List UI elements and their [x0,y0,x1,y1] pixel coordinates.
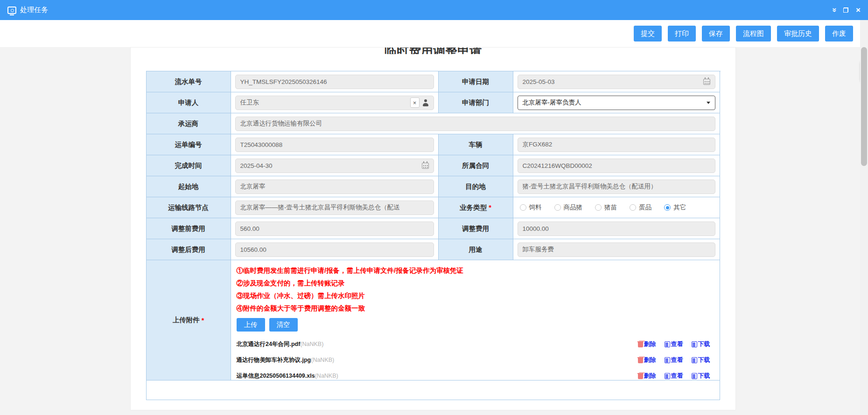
file-name: 北京通达行24年合同.pdf [237,340,301,348]
file-size: (NaNKB) [315,373,338,379]
download-file-link[interactable]: 下载 [692,340,710,348]
destination-label: 目的地 [439,176,513,197]
scrollbar-thumb[interactable] [861,47,867,166]
applicant-cell: 任卫东 × [231,92,439,113]
applicant-input[interactable]: 任卫东 × [235,96,434,110]
vehicle-cell: 京FGX682 [513,134,720,155]
file-row: 北京通达行24年合同.pdf (NaNKB) 删除 查看 下载 [237,336,714,352]
flowchart-button[interactable]: 流程图 [736,26,771,42]
vertical-scrollbar[interactable] [860,20,868,415]
contract-label: 所属合同 [439,155,513,176]
apply-date-input[interactable]: 2025-05-03 [518,75,715,89]
view-icon [665,373,670,379]
radio-commercial-pig[interactable]: 商品猪 [554,203,583,212]
upload-button[interactable]: 上传 [237,318,265,332]
vehicle-label: 车辆 [439,134,513,155]
chevron-down-icon [707,102,710,104]
contract-input[interactable]: C20241216WQBD00002 [518,159,715,173]
fee-after-input[interactable]: 10560.00 [235,242,434,257]
route-nodes-input[interactable]: 北京屠宰——猪-壹号土猪北京昌平得利斯物美总仓（配送 [235,201,434,215]
download-icon [692,357,697,363]
upload-note-3: ③现场作业（冲水、过磅）需上传水印照片 [237,290,714,302]
submit-button[interactable]: 提交 [634,26,662,42]
upload-note-4: ④附件的金额大于等于费用调整的金额一致 [237,302,714,315]
radio-other[interactable]: 其它 [664,203,686,212]
purpose-input[interactable]: 卸车服务费 [518,242,715,257]
carrier-label: 承运商 [147,113,231,134]
purpose-label: 用途 [439,239,513,260]
download-file-link[interactable]: 下载 [692,372,710,380]
view-icon [665,357,670,363]
approval-history-button[interactable]: 审批历史 [777,26,819,42]
serial-input[interactable]: YH_TMSLSFY2025050326146 [235,75,434,89]
collapse-icon[interactable]: « [830,8,838,12]
fee-adjust-label: 调整费用 [439,218,513,239]
file-actions: 删除 查看 下载 [638,356,714,364]
radio-icon [554,204,561,211]
view-file-link[interactable]: 查看 [665,356,683,364]
upload-note-1: ①临时费用发生前需进行申请/报备，需上传申请文件/报备记录作为审核凭证 [237,264,714,277]
finish-time-input[interactable]: 2025-04-30 [235,159,434,173]
delete-file-link[interactable]: 删除 [638,356,656,364]
required-asterisk: * [489,204,491,211]
vehicle-input[interactable]: 京FGX682 [518,138,715,152]
delete-file-link[interactable]: 删除 [638,340,656,348]
file-actions: 删除 查看 下载 [638,372,714,380]
calendar-icon[interactable] [422,163,429,169]
window-controls: « × [832,6,861,14]
attachment-cell: ①临时费用发生前需进行申请/报备，需上传申请文件/报备记录作为审核凭证 ②涉及现… [231,260,720,380]
apply-date-cell: 2025-05-03 [513,71,720,92]
route-nodes-cell: 北京屠宰——猪-壹号土猪北京昌平得利斯物美总仓（配送 [231,197,439,218]
window-title: 处理任务 [20,6,48,14]
window-titlebar: 处理任务 « × [0,0,868,20]
file-size: (NaNKB) [300,341,323,347]
person-picker-icon[interactable] [422,99,429,106]
apply-date-label: 申请日期 [439,71,513,92]
apply-dept-label: 申请部门 [439,92,513,113]
process-task-icon [7,7,16,14]
fee-after-cell: 10560.00 [231,239,439,260]
fee-before-label: 调整前费用 [147,218,231,239]
carrier-input[interactable]: 北京通达行货物运输有限公司 [235,117,715,131]
view-file-link[interactable]: 查看 [665,340,683,348]
required-asterisk: * [202,317,204,324]
void-button[interactable]: 作废 [825,26,853,42]
radio-piglet[interactable]: 猪苗 [595,203,617,212]
fee-adjust-cell: 10000.00 [513,218,720,239]
clear-applicant-icon[interactable]: × [410,97,420,108]
close-icon[interactable]: × [856,6,861,14]
apply-dept-select[interactable]: 北京屠宰-屠宰负责人 [518,96,715,110]
biz-type-label: 业务类型 * [439,197,513,218]
calendar-icon[interactable] [703,79,710,85]
form-table: 流水单号 YH_TMSLSFY2025050326146 申请日期 2025-0… [146,71,721,400]
file-row: 通达行物美卸车补充协议.jpg (NaNKB) 删除 查看 下载 [237,352,714,368]
file-name: 通达行物美卸车补充协议.jpg [237,356,311,364]
action-toolbar: 提交 打印 保存 流程图 审批历史 作废 [0,20,868,47]
upload-note-2: ②涉及现金支付的，需上传转账记录 [237,277,714,290]
file-size: (NaNKB) [311,357,334,363]
radio-feed[interactable]: 饲料 [520,203,542,212]
route-nodes-label: 运输线路节点 [147,197,231,218]
destination-cell: 猪-壹号土猪北京昌平得利斯物美总仓（配送用） [513,176,720,197]
finish-time-label: 完成时间 [147,155,231,176]
fee-adjust-input[interactable]: 10000.00 [518,221,715,236]
fee-after-label: 调整后费用 [147,239,231,260]
restore-icon[interactable] [843,7,848,13]
waybill-no-input[interactable]: T25043000088 [235,138,434,152]
serial-label: 流水单号 [147,71,231,92]
upload-button-group: 上传 清空 [237,318,714,332]
view-file-link[interactable]: 查看 [665,372,683,380]
print-button[interactable]: 打印 [668,26,696,42]
origin-input[interactable]: 北京屠宰 [235,180,434,194]
destination-input[interactable]: 猪-壹号土猪北京昌平得利斯物美总仓（配送用） [518,180,715,194]
radio-icon [630,204,636,211]
purpose-cell: 卸车服务费 [513,239,720,260]
download-file-link[interactable]: 下载 [692,356,710,364]
radio-icon [520,204,526,211]
radio-selected-icon [664,204,671,211]
save-button[interactable]: 保存 [702,26,730,42]
clear-files-button[interactable]: 清空 [269,318,298,332]
radio-egg[interactable]: 蛋品 [630,203,651,212]
fee-before-input[interactable]: 560.00 [235,221,434,236]
delete-file-link[interactable]: 删除 [638,372,656,380]
